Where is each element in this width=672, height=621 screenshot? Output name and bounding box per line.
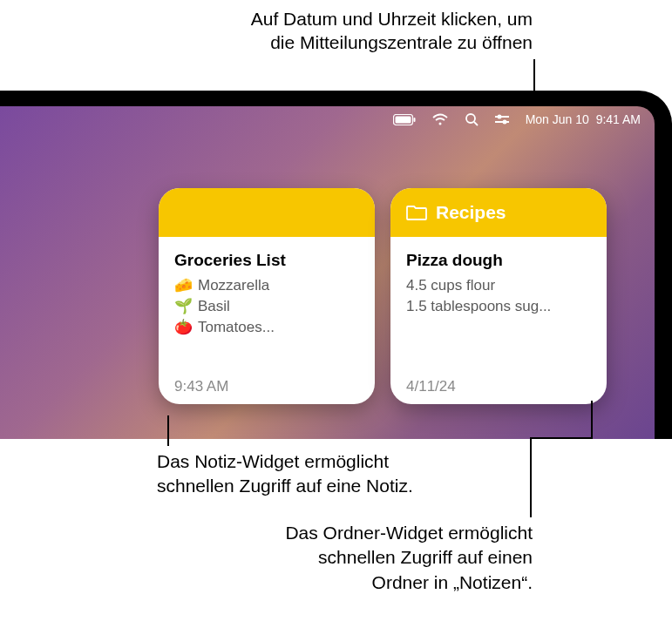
- callout-leader-bottom-h: [532, 437, 593, 439]
- wifi-icon[interactable]: [431, 113, 449, 125]
- list-item-text: Basil: [198, 296, 230, 317]
- list-item-text: Mozzarella: [198, 275, 269, 296]
- tomato-icon: 🍅: [174, 317, 193, 338]
- folder-widget-lines: 4.5 cups flour 1.5 tablespoons sug...: [406, 275, 591, 317]
- svg-point-3: [438, 123, 441, 125]
- callout-bottom: Das Ordner-Widget ermöglicht schnellen Z…: [285, 521, 533, 595]
- cheese-icon: 🧀: [174, 275, 193, 296]
- callout-leader-mid: [167, 415, 169, 446]
- notes-folder-widget[interactable]: Recipes Pizza dough 4.5 cups flour 1.5 t…: [390, 188, 607, 404]
- battery-icon[interactable]: [393, 114, 416, 125]
- note-widget-timestamp: 9:43 AM: [174, 369, 359, 395]
- callout-top-text-1: Auf Datum und Uhrzeit klicken, um: [251, 7, 533, 30]
- note-widget-body: Groceries List 🧀 Mozzarella 🌱 Basil 🍅: [159, 237, 375, 404]
- spotlight-icon[interactable]: [465, 112, 479, 126]
- svg-line-5: [474, 122, 478, 125]
- folder-widget-header-title: Recipes: [436, 202, 506, 223]
- callout-top: Auf Datum und Uhrzeit klicken, um die Mi…: [251, 7, 533, 55]
- laptop-frame: Mon Jun 10 9:41 AM Groceries List 🧀 Mozz…: [0, 91, 672, 439]
- list-item: 🌱 Basil: [174, 296, 359, 317]
- svg-point-4: [466, 114, 475, 123]
- folder-widget-header: Recipes: [390, 188, 607, 237]
- note-widget-title: Groceries List: [174, 251, 359, 270]
- folder-widget-title: Pizza dough: [406, 251, 591, 270]
- folder-widget-timestamp: 4/11/24: [406, 369, 591, 395]
- list-item: 🧀 Mozzarella: [174, 275, 359, 296]
- callout-leader-bottom-v1: [591, 401, 593, 437]
- list-item: 🍅 Tomatoes...: [174, 317, 359, 338]
- svg-rect-1: [395, 116, 411, 123]
- callout-bottom-text-3: Ordner in „Notizen“.: [285, 570, 533, 595]
- callout-leader-bottom-v2: [530, 437, 532, 517]
- note-widget-header: [159, 188, 375, 237]
- control-center-icon[interactable]: [494, 113, 510, 125]
- callout-bottom-text-1: Das Ordner-Widget ermöglicht: [285, 521, 533, 545]
- note-widget-items: 🧀 Mozzarella 🌱 Basil 🍅 Tomatoes...: [174, 275, 359, 337]
- callout-mid-text-2: schnellen Zugriff auf eine Notiz.: [157, 474, 413, 498]
- folder-line-2: 1.5 tablespoons sug...: [406, 296, 591, 317]
- widgets-area: Groceries List 🧀 Mozzarella 🌱 Basil 🍅: [159, 188, 607, 404]
- desktop-screen: Mon Jun 10 9:41 AM Groceries List 🧀 Mozz…: [0, 106, 655, 439]
- menubar-date: Mon Jun 10: [526, 112, 589, 126]
- folder-line-1: 4.5 cups flour: [406, 275, 591, 296]
- svg-point-9: [502, 120, 506, 125]
- svg-point-7: [497, 115, 501, 119]
- folder-widget-body: Pizza dough 4.5 cups flour 1.5 tablespoo…: [390, 237, 607, 404]
- notes-note-widget[interactable]: Groceries List 🧀 Mozzarella 🌱 Basil 🍅: [159, 188, 375, 404]
- menubar: Mon Jun 10 9:41 AM: [0, 106, 655, 132]
- svg-rect-2: [413, 118, 415, 122]
- menubar-time: 9:41 AM: [596, 112, 641, 126]
- folder-icon: [406, 204, 427, 221]
- seedling-icon: 🌱: [174, 296, 193, 317]
- callout-mid-text-1: Das Notiz-Widget ermöglicht: [157, 449, 413, 474]
- callout-top-text-2: die Mitteilungszentrale zu öffnen: [251, 30, 533, 54]
- callout-bottom-text-2: schnellen Zugriff auf einen: [285, 545, 533, 570]
- callout-mid: Das Notiz-Widget ermöglicht schnellen Zu…: [157, 449, 413, 499]
- list-item-text: Tomatoes...: [198, 317, 275, 338]
- menubar-datetime[interactable]: Mon Jun 10 9:41 AM: [526, 112, 641, 126]
